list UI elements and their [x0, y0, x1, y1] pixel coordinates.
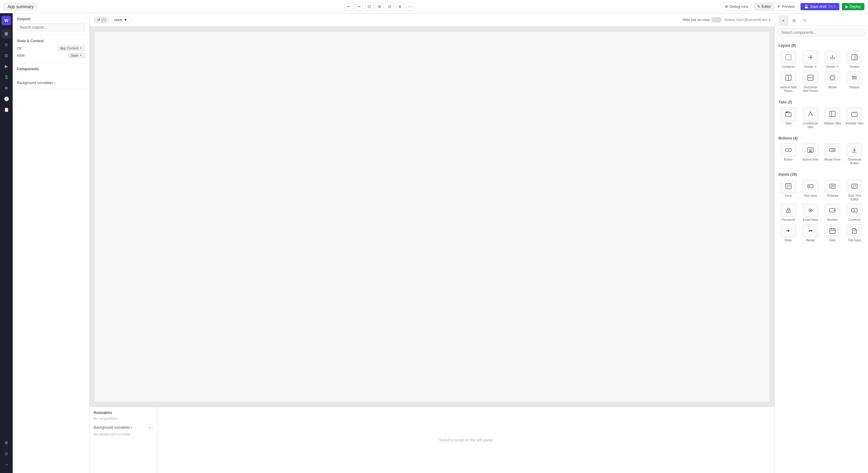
button-icon — [781, 144, 796, 157]
expand-button[interactable]: ⊞ — [375, 2, 384, 11]
component-divider-y[interactable]: Divider Y — [823, 51, 842, 69]
range-icon — [803, 224, 818, 238]
state-badge[interactable]: State ▼ — [68, 53, 85, 58]
component-currency[interactable]: $ Currency — [845, 204, 864, 222]
outputs-title: Outputs — [17, 17, 85, 21]
nav-icon-expand[interactable]: → — [1, 460, 11, 469]
right-tab-components[interactable]: ⊞ — [789, 16, 799, 25]
component-range[interactable]: Range — [801, 224, 820, 242]
bg-info-icon: ℹ — [54, 81, 56, 85]
component-tabs[interactable]: Tabs — [778, 107, 798, 129]
nav-icon-flows[interactable]: ▶ — [1, 61, 11, 71]
component-container[interactable]: Container — [778, 51, 798, 69]
svg-rect-59 — [830, 229, 835, 233]
svg-rect-18 — [852, 113, 857, 117]
inputs-grid: Form Text Input Textarea — [778, 180, 864, 242]
no-scripts-text: No scripts/flows — [94, 417, 153, 420]
search-outputs-input[interactable] — [17, 24, 85, 31]
bg-runnables-info-icon: ℹ — [131, 426, 132, 430]
tabs-label: Tabs — [785, 122, 792, 125]
nav-icon-search[interactable]: ⊙ — [1, 40, 11, 50]
outputs-section: Outputs — [13, 13, 89, 35]
topbar-left: App summary — [4, 3, 37, 10]
password-label: Password — [782, 218, 795, 222]
modal-icon — [825, 71, 840, 84]
right-tab-add[interactable]: + — [778, 16, 788, 25]
nav-icon-workers[interactable]: ⚙ — [1, 438, 11, 448]
component-modal[interactable]: Modal — [823, 71, 842, 93]
topbar: App summary ↩ ↪ ⊡ ⊞ ⊟ ⊕ ⋯ ⚙ Debug runs ✎… — [0, 0, 868, 13]
component-email-input[interactable]: Email Input — [801, 204, 820, 222]
component-sidebar-tabs[interactable]: Sidebar Tabs — [823, 107, 842, 129]
component-horizontal-split[interactable]: Horizontal Split Panes — [801, 71, 820, 93]
inputs-section: Inputs (18) Form Text Input — [775, 169, 868, 246]
redo-button[interactable]: ↪ — [355, 2, 363, 11]
nav-icon-resources[interactable]: 💲 — [1, 72, 11, 82]
search-components-input[interactable] — [778, 29, 864, 36]
svg-rect-14 — [786, 112, 787, 113]
component-password[interactable]: Password — [778, 204, 798, 222]
component-button[interactable]: Button — [778, 144, 798, 165]
svg-point-44 — [788, 211, 789, 212]
preview-button[interactable]: 👁 Preview — [774, 3, 798, 10]
undo-button[interactable]: ↩ — [344, 2, 353, 11]
runnables-right: Select a script on the left panel — [157, 407, 775, 473]
component-rich-text[interactable]: Rich Text Editor — [845, 180, 864, 201]
component-slider[interactable]: Slider — [778, 224, 798, 242]
nav-icon-variables[interactable]: ⊕ — [1, 83, 11, 93]
more-button[interactable]: ⋯ — [406, 2, 414, 11]
component-vertical-split[interactable]: Vertical Split Panes — [778, 71, 798, 93]
layout-button[interactable]: ⊟ — [385, 2, 394, 11]
ctx-badge[interactable]: App Context ▼ — [58, 45, 85, 51]
nav-icon-apps[interactable]: ⊟ — [1, 51, 11, 60]
component-number[interactable]: Number — [823, 204, 842, 222]
topbar-center: ↩ ↪ ⊡ ⊞ ⊟ ⊕ ⋯ — [344, 2, 414, 11]
nav-icon-github[interactable]: ⊙ — [1, 449, 11, 459]
component-download-button[interactable]: Download Button — [845, 144, 864, 165]
component-textarea[interactable]: Textarea — [823, 180, 842, 201]
left-nav: W ⊞ ⊙ ⊟ ▶ 💲 ⊕ 🕐 📋 ⚙ ⊙ → — [0, 13, 13, 473]
editor-button[interactable]: ✎ Editor — [754, 3, 774, 10]
inputs-section-title: Inputs (18) — [778, 172, 864, 177]
form-icon — [781, 180, 796, 193]
component-submit-form[interactable]: Submit form — [801, 144, 820, 165]
component-modal-form[interactable]: Modal Form — [823, 144, 842, 165]
app-title[interactable]: App summary — [4, 3, 37, 10]
nav-icon-audit[interactable]: 📋 — [1, 105, 11, 115]
button-label: Button — [784, 158, 793, 161]
run-frequency-select[interactable]: once ▼ — [112, 17, 130, 23]
state-row: state State ▼ — [17, 53, 85, 58]
svg-rect-16 — [830, 111, 835, 117]
runnables-title: Runnables — [94, 411, 153, 415]
divider-y-label: Divider Y — [827, 65, 838, 69]
hide-bar-control: Hide bar on view — [683, 17, 721, 23]
component-text-input[interactable]: Text Input — [801, 180, 820, 201]
text-input-icon — [803, 180, 818, 193]
range-label: Range — [806, 239, 815, 242]
number-icon — [825, 204, 840, 217]
component-divider-x[interactable]: Divider X — [801, 51, 820, 69]
bg-add-button[interactable]: + — [147, 424, 153, 431]
nav-icon-schedules[interactable]: 🕐 — [1, 94, 11, 104]
nav-icon-home[interactable]: ⊞ — [1, 29, 11, 38]
svg-point-54 — [787, 230, 789, 232]
editor-icon: ✎ — [757, 4, 761, 9]
save-draft-button[interactable]: 💾 Save draft Ctrl S — [801, 3, 839, 10]
fit-button[interactable]: ⊡ — [365, 2, 373, 11]
author-info-icon: ℹ — [769, 18, 770, 22]
deploy-button[interactable]: ▶ Deploy — [842, 3, 864, 10]
canvas-box[interactable] — [94, 31, 770, 402]
component-invisible-tabs[interactable]: Invisible Tabs — [845, 107, 864, 129]
component-conditional-tabs[interactable]: Conditional tabs — [801, 107, 820, 129]
component-stepper[interactable]: Stepper — [845, 71, 864, 93]
component-drawer[interactable]: Drawer — [845, 51, 864, 69]
svg-rect-25 — [809, 151, 812, 152]
download-button-label: Download Button — [845, 158, 864, 165]
debug-runs-button[interactable]: ⚙ Debug runs — [721, 3, 752, 10]
component-date[interactable]: Date — [823, 224, 842, 242]
grid-button[interactable]: ⊕ — [396, 2, 404, 11]
component-file-input[interactable]: File Input — [845, 224, 864, 242]
hide-bar-toggle[interactable] — [711, 17, 721, 23]
component-form[interactable]: Form — [778, 180, 798, 201]
right-tab-style[interactable]: ✎ — [800, 16, 810, 25]
